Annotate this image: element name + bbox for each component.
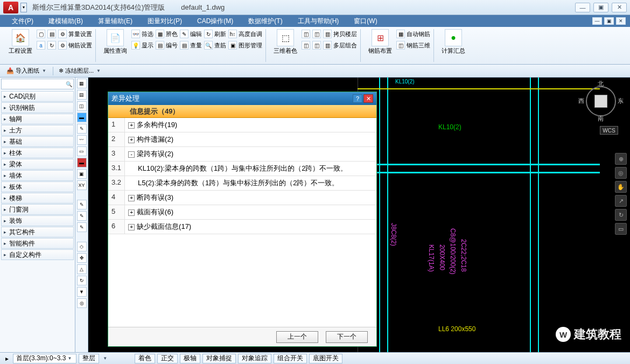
menu-data-maint[interactable]: 数据维护(T) (241, 15, 290, 27)
sidebar-item[interactable]: ▸识别钢筋 (1, 102, 74, 113)
sidebar-item[interactable]: ▸楼梯 (1, 193, 74, 204)
graphic-manage-button[interactable]: ▣图形管理 (228, 40, 262, 50)
multi-floor-combine-button[interactable]: ▥多层组合 (323, 40, 357, 50)
nav-tool[interactable]: ⊕ (615, 153, 627, 165)
pan-icon[interactable]: ✋ (615, 181, 627, 193)
freeze-layer-button[interactable]: ❄冻结图层...▼ (55, 66, 105, 76)
refresh-button[interactable]: ↻刷新 (204, 29, 226, 39)
filter-button[interactable]: 👓筛选 (131, 29, 153, 39)
dialog-row[interactable]: 5+截面有误(6) (108, 205, 376, 220)
height-auto-adjust-button[interactable]: h↕高度自调 (228, 29, 262, 39)
status-toggle[interactable]: 对象追踪 (238, 354, 271, 363)
tool-icon[interactable]: ▼ (77, 287, 87, 297)
menu-compare[interactable]: 图量对比(P) (140, 15, 190, 27)
dialog-help-button[interactable]: ? (353, 94, 362, 103)
nav-tool[interactable]: ↗ (615, 195, 627, 207)
dialog-row[interactable]: 4+断跨有误(3) (108, 191, 376, 205)
icon-button[interactable]: ↻ (47, 40, 56, 50)
floor-select[interactable]: 首层(3.3m):0~3.3▼ (13, 354, 76, 363)
import-drawing-button[interactable]: 📥导入图纸▼ (3, 66, 51, 76)
icon-button[interactable]: ▢ (37, 29, 45, 39)
tool-icon[interactable]: ✎ (77, 200, 87, 209)
expand-icon[interactable]: ▸ (3, 355, 11, 362)
menu-file[interactable]: 文件(P) (4, 15, 41, 27)
tool-icon[interactable]: ◫ (77, 101, 87, 111)
sidebar-item[interactable]: ▸其它构件 (1, 227, 74, 237)
tool-icon[interactable]: ▤ (77, 90, 87, 100)
icon-button[interactable]: ▤ (47, 29, 56, 39)
next-button[interactable]: 下一个 (326, 331, 368, 343)
quantity-settings-button[interactable]: ⚙算量设置 (58, 29, 92, 39)
sidebar-item[interactable]: ▸轴网 (1, 114, 74, 124)
icon-button[interactable]: ◫ (312, 29, 321, 39)
expand-icon[interactable]: + (128, 122, 135, 129)
collapse-icon[interactable]: - (128, 151, 135, 158)
app-logo[interactable]: A (3, 2, 18, 13)
tool-icon[interactable]: XY (77, 180, 87, 190)
rebar-3d-button[interactable]: ◫钢筋三维 (396, 40, 430, 50)
sidebar-item[interactable]: ▸梁体 (1, 159, 74, 170)
status-toggle[interactable]: 组合开关 (274, 354, 307, 363)
icon-button[interactable]: ◫ (302, 29, 310, 39)
property-query-button[interactable]: 📄 属性查询 (101, 29, 129, 55)
view-cube[interactable] (594, 95, 607, 108)
sidebar-item[interactable]: ▸智能构件 (1, 238, 74, 249)
menu-model-assist[interactable]: 建模辅助(B) (41, 15, 90, 27)
expand-icon[interactable]: + (128, 224, 135, 230)
whole-floor-button[interactable]: 整层 (79, 354, 99, 363)
color-identify-button[interactable]: ▦辨色 (156, 29, 178, 39)
number-button[interactable]: ▤编号 (156, 40, 178, 50)
sidebar-item[interactable]: ▸自定义构件 (1, 249, 74, 260)
rebar-settings-button[interactable]: ⚙钢筋设置 (58, 40, 92, 50)
tool-icon[interactable]: ▬ (77, 158, 87, 167)
nav-tool[interactable]: ▭ (615, 223, 627, 235)
menu-window[interactable]: 窗口(W) (346, 15, 384, 27)
copy-floor-button[interactable]: ▥拷贝楼层 (323, 29, 357, 39)
view-compass[interactable]: 北 南 东 西 (582, 82, 620, 121)
prev-button[interactable]: 上一个 (276, 331, 318, 343)
tool-icon[interactable]: 〰 (77, 135, 87, 145)
sidebar-item[interactable]: ▸CAD识别 (1, 91, 74, 102)
3d-color-button[interactable]: ⬚ 三维着色 (271, 29, 299, 55)
tool-icon[interactable]: ▬ (77, 113, 87, 122)
expand-icon[interactable]: + (128, 195, 135, 201)
sidebar-item[interactable]: ▸门窗洞 (1, 204, 74, 215)
nav-tool[interactable]: ◎ (615, 167, 627, 179)
mdi-close[interactable]: ✕ (616, 17, 626, 25)
expand-icon[interactable]: + (128, 209, 135, 216)
dialog-row[interactable]: 2+构件遗漏(2) (108, 132, 376, 147)
qat-dropdown[interactable]: ▼ (20, 3, 27, 12)
sidebar-item[interactable]: ▸墙体 (1, 170, 74, 181)
tool-icon[interactable]: ✎ (77, 124, 87, 134)
tool-icon[interactable]: ◎ (77, 298, 87, 308)
status-toggle[interactable]: 对象捕捉 (202, 354, 236, 363)
menu-quantity-assist[interactable]: 算量辅助(E) (90, 15, 140, 27)
dialog-close-button[interactable]: ✕ (363, 94, 373, 103)
status-toggle[interactable]: 极轴 (180, 354, 200, 363)
sidebar-item[interactable]: ▸基础 (1, 136, 74, 147)
calc-summary-button[interactable]: ● 计算汇总 (439, 29, 467, 55)
tool-icon[interactable]: ◇ (77, 242, 87, 251)
icon-button[interactable]: a (37, 40, 45, 50)
tool-icon[interactable]: △ (77, 264, 87, 274)
status-toggle[interactable]: 底图开关 (309, 354, 342, 363)
tool-icon[interactable]: ▣ (77, 169, 87, 179)
sidebar-item[interactable]: ▸板体 (1, 181, 74, 192)
menu-cad-ops[interactable]: CAD操作(M) (190, 15, 241, 27)
tool-icon[interactable]: ✎ (77, 211, 87, 221)
dialog-row[interactable]: 3-梁跨有误(2) (108, 147, 376, 162)
mdi-restore[interactable]: ▣ (604, 17, 614, 25)
sidebar-item[interactable]: ▸装饰 (1, 215, 74, 226)
dialog-row[interactable]: 6+缺少截面信息(17) (108, 220, 376, 234)
maximize-button[interactable]: ▣ (593, 3, 608, 12)
status-toggle[interactable]: 着色 (135, 354, 155, 363)
sidebar-item[interactable]: ▸柱体 (1, 148, 74, 158)
tool-icon[interactable]: ↻ (77, 276, 87, 285)
edit-button[interactable]: ✎编辑 (180, 29, 202, 39)
tool-icon[interactable]: ✎ (77, 222, 87, 232)
dialog-titlebar[interactable]: 差异处理 ? ✕ (108, 92, 376, 105)
dialog-row[interactable]: 3.1KL10(2):梁本身的跨数（1跨）与集中标注所列出的（2跨）不一致。 (108, 162, 376, 176)
auto-rebar-button[interactable]: ▦自动钢筋 (396, 29, 430, 39)
status-toggle[interactable]: 正交 (157, 354, 178, 363)
project-settings-button[interactable]: 🏠 工程设置 (6, 29, 34, 55)
